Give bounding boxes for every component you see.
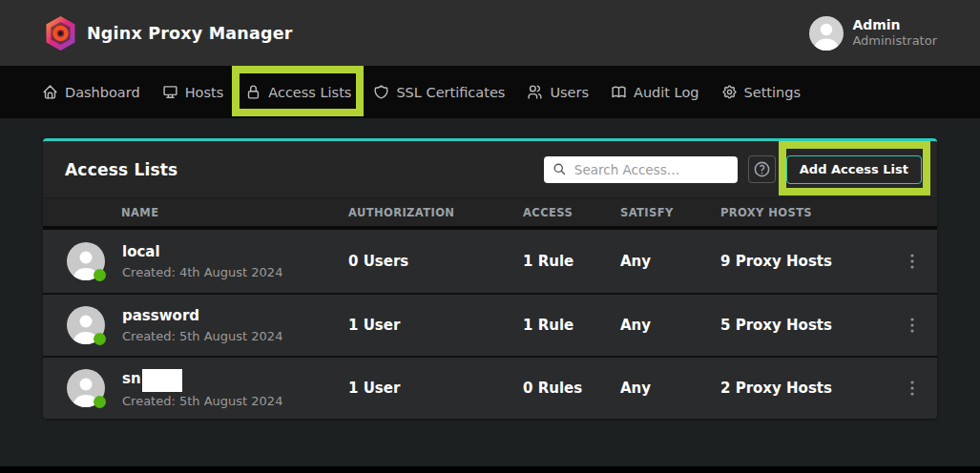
satisfy-cell: Any	[620, 380, 720, 397]
panel-title: Access Lists	[65, 160, 177, 179]
access-list-created: Created: 5th August 2024	[122, 328, 348, 344]
row-avatar	[67, 369, 105, 407]
app-header: Nginx Proxy Manager Admin Administrator	[0, 0, 980, 66]
kebab-menu-icon	[910, 380, 914, 396]
bottom-edge-bar	[0, 466, 980, 473]
avatar	[809, 16, 844, 51]
user-name: Admin	[852, 17, 937, 33]
help-button[interactable]	[748, 155, 776, 183]
access-list-created: Created: 5th August 2024	[122, 393, 348, 409]
monitor-icon	[162, 84, 178, 100]
app-title: Nginx Proxy Manager	[87, 24, 293, 43]
search-input[interactable]	[574, 162, 730, 177]
book-icon	[611, 84, 627, 100]
nav-item-audit-log[interactable]: Audit Log	[611, 84, 699, 100]
proxy-hosts-cell: 2 Proxy Hosts	[720, 380, 887, 397]
row-avatar	[67, 306, 105, 344]
lock-icon	[245, 84, 261, 100]
access-cell: 1 Rule	[523, 317, 620, 334]
access-list-name: password	[122, 307, 348, 325]
row-menu-button[interactable]	[905, 250, 920, 273]
status-dot	[94, 396, 106, 408]
column-header-authorization: AUTHORIZATION	[348, 206, 523, 219]
redaction-box	[142, 369, 182, 392]
table-row: sn Created: 5th August 2024 1 User 0 Rul…	[43, 356, 937, 419]
gear-icon	[721, 84, 738, 100]
column-header-proxy-hosts: PROXY HOSTS	[720, 206, 887, 219]
column-header-satisfy: SATISFY	[620, 206, 720, 219]
authorization-cell: 0 Users	[348, 253, 523, 270]
authorization-cell: 1 User	[348, 380, 523, 397]
access-lists-panel: Access Lists Add Access List NAME AUTHOR…	[43, 138, 937, 419]
search-icon	[553, 162, 567, 176]
kebab-menu-icon	[910, 318, 914, 333]
add-access-list-button[interactable]: Add Access List	[786, 155, 922, 184]
status-dot	[94, 333, 106, 345]
users-icon	[527, 84, 543, 100]
app-brand: Nginx Proxy Manager	[45, 15, 293, 51]
proxy-hosts-cell: 9 Proxy Hosts	[720, 253, 887, 270]
access-list-created: Created: 4th August 2024	[122, 264, 348, 280]
satisfy-cell: Any	[620, 317, 720, 334]
authorization-cell: 1 User	[348, 317, 523, 334]
nav-item-hosts[interactable]: Hosts	[162, 84, 224, 100]
table-row: local Created: 4th August 2024 0 Users 1…	[43, 230, 937, 293]
nav-item-settings[interactable]: Settings	[721, 84, 801, 100]
nav-item-dashboard[interactable]: Dashboard	[42, 84, 140, 100]
home-icon	[42, 84, 58, 100]
row-avatar	[67, 242, 105, 280]
table-row: password Created: 5th August 2024 1 User…	[43, 293, 937, 356]
shield-icon	[373, 84, 389, 100]
access-cell: 0 Rules	[523, 380, 620, 397]
kebab-menu-icon	[910, 254, 914, 269]
proxy-hosts-cell: 5 Proxy Hosts	[720, 317, 887, 334]
panel-header: Access Lists Add Access List	[43, 141, 937, 197]
nav-item-access-lists[interactable]: Access Lists	[245, 84, 351, 100]
table-header-row: NAME AUTHORIZATION ACCESS SATISFY PROXY …	[43, 197, 937, 230]
question-circle-icon	[753, 160, 771, 178]
main-nav: Dashboard Hosts Access Lists SSL Certifi…	[0, 66, 980, 118]
nav-item-users[interactable]: Users	[527, 84, 589, 100]
column-header-access: ACCESS	[523, 206, 620, 219]
access-list-name: local	[122, 243, 348, 261]
user-menu[interactable]: Admin Administrator	[809, 16, 937, 51]
column-header-name: NAME	[119, 206, 348, 219]
access-list-name: sn	[122, 367, 348, 390]
search-box	[544, 156, 738, 183]
user-role: Administrator	[852, 33, 937, 49]
status-dot	[94, 269, 106, 281]
nav-item-ssl-certificates[interactable]: SSL Certificates	[373, 84, 505, 100]
satisfy-cell: Any	[620, 253, 720, 270]
row-menu-button[interactable]	[905, 377, 920, 400]
page-content: Access Lists Add Access List NAME AUTHOR…	[0, 118, 980, 419]
row-menu-button[interactable]	[905, 314, 920, 337]
app-logo-icon	[45, 15, 76, 51]
access-cell: 1 Rule	[523, 253, 620, 270]
